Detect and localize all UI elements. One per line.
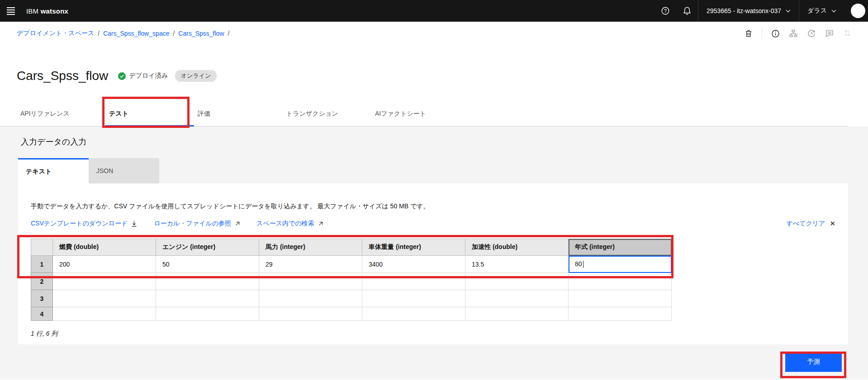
grid-row: 1 200 50 29 3400 13.5 80 bbox=[31, 256, 672, 273]
account-selector[interactable]: 2953665 - itz-watsonx-037 bbox=[698, 0, 799, 22]
breadcrumb-space[interactable]: Cars_Spss_flow_space bbox=[103, 30, 169, 37]
grid-cell[interactable]: 13.5 bbox=[465, 256, 569, 273]
grid-cell[interactable] bbox=[465, 290, 569, 307]
predict-button[interactable]: 予測 bbox=[785, 352, 842, 372]
grid-cell[interactable] bbox=[362, 307, 465, 321]
input-mode-tabs: テキスト JSON bbox=[18, 158, 848, 183]
text-cursor bbox=[583, 261, 583, 268]
grid-row: 2 bbox=[31, 273, 672, 290]
main-tabs: APIリファレンス テスト 評価 トランザクション AIファクトシート bbox=[0, 101, 848, 127]
file-links-row: CSVテンプレートのダウンロード ローカル・ファイルの参照 スペース内での検索 … bbox=[31, 220, 835, 228]
grid-corner-cell[interactable] bbox=[31, 239, 53, 256]
search-in-space-link[interactable]: スペース内での検索 bbox=[256, 220, 323, 228]
delete-icon[interactable] bbox=[741, 26, 756, 41]
grid-summary: 1 行, 6 列 bbox=[31, 330, 835, 338]
actions-footer: 予測 bbox=[18, 344, 848, 372]
row-number-cell[interactable]: 1 bbox=[31, 256, 53, 273]
region-selector[interactable]: ダラス bbox=[799, 0, 844, 22]
notifications-icon[interactable] bbox=[676, 0, 698, 22]
grid-cell[interactable] bbox=[569, 290, 672, 307]
status-badge: オンライン bbox=[175, 70, 217, 82]
tab-evaluation[interactable]: 評価 bbox=[194, 101, 283, 126]
breadcrumb-deployment-spaces[interactable]: デプロイメント・スペース bbox=[17, 29, 94, 38]
check-circle-icon bbox=[118, 72, 126, 80]
tab-ai-factsheet[interactable]: AIファクトシート bbox=[371, 101, 460, 126]
avatar[interactable] bbox=[851, 4, 865, 18]
info-icon[interactable] bbox=[768, 26, 783, 41]
close-icon[interactable]: ✕ bbox=[830, 220, 835, 228]
row-number-cell[interactable]: 3 bbox=[31, 290, 53, 307]
toolbar-divider bbox=[762, 28, 762, 39]
launch-icon bbox=[318, 221, 323, 227]
download-icon bbox=[131, 220, 138, 227]
subtab-json[interactable]: JSON bbox=[89, 158, 159, 183]
grid-cell[interactable] bbox=[569, 307, 672, 321]
binary-data-icon[interactable]: 0100 bbox=[840, 26, 855, 41]
input-data-grid: 燃費 (double) エンジン (integer) 馬力 (integer) … bbox=[31, 239, 672, 321]
grid-cell[interactable] bbox=[259, 290, 362, 307]
grid-cell[interactable] bbox=[259, 273, 362, 290]
svg-text:?: ? bbox=[664, 8, 667, 14]
grid-row: 4 bbox=[31, 307, 672, 321]
grid-cell[interactable] bbox=[362, 273, 465, 290]
comments-icon[interactable] bbox=[822, 26, 837, 41]
top-bar: IBM watsonx ? 2953665 - itz-watsonx-037 … bbox=[0, 0, 868, 22]
grid-cell-active[interactable]: 80 bbox=[569, 256, 672, 273]
tab-transactions[interactable]: トランザクション bbox=[283, 101, 371, 126]
menu-icon[interactable] bbox=[0, 0, 22, 22]
launch-icon bbox=[234, 221, 240, 227]
browse-local-files-link[interactable]: ローカル・ファイルの参照 bbox=[154, 220, 240, 228]
app-window: IBM watsonx ? 2953665 - itz-watsonx-037 … bbox=[0, 0, 868, 380]
input-card: 手動でデータを入力するか、CSV ファイルを使用してスプレッドシートにデータを取… bbox=[18, 183, 848, 344]
breadcrumb-row: デプロイメント・スペース / Cars_Spss_flow_space / Ca… bbox=[0, 22, 868, 45]
grid-cell[interactable]: 29 bbox=[259, 256, 362, 273]
grid-cell[interactable] bbox=[53, 290, 156, 307]
tab-api-reference[interactable]: APIリファレンス bbox=[17, 101, 105, 126]
deployment-toolbar: 0100 bbox=[741, 26, 868, 41]
grid-cell[interactable] bbox=[53, 307, 156, 321]
brand-logo: IBM watsonx bbox=[26, 7, 68, 15]
grid-cell[interactable] bbox=[156, 307, 259, 321]
grid-cell[interactable] bbox=[362, 290, 465, 307]
breadcrumb: デプロイメント・スペース / Cars_Spss_flow_space / Ca… bbox=[17, 29, 229, 38]
instruction-text: 手動でデータを入力するか、CSV ファイルを使用してスプレッドシートにデータを取… bbox=[31, 202, 835, 211]
grid-cell[interactable] bbox=[156, 290, 259, 307]
column-header[interactable]: 燃費 (double) bbox=[53, 239, 156, 256]
grid-cell[interactable] bbox=[465, 273, 569, 290]
column-header[interactable]: 馬力 (integer) bbox=[259, 239, 362, 256]
column-header[interactable]: 加速性 (double) bbox=[465, 239, 569, 256]
grid-cell[interactable]: 3400 bbox=[362, 256, 465, 273]
grid-header-row: 燃費 (double) エンジン (integer) 馬力 (integer) … bbox=[31, 239, 672, 256]
grid-cell[interactable] bbox=[53, 273, 156, 290]
column-header[interactable]: エンジン (integer) bbox=[156, 239, 259, 256]
download-csv-template-link[interactable]: CSVテンプレートのダウンロード bbox=[31, 220, 138, 228]
clear-all-link[interactable]: すべてクリア bbox=[786, 220, 825, 228]
row-number-cell[interactable]: 4 bbox=[31, 307, 53, 321]
breadcrumb-deployment[interactable]: Cars_Spss_flow bbox=[178, 30, 224, 37]
chevron-down-icon bbox=[831, 9, 836, 13]
grid-row: 3 bbox=[31, 290, 672, 307]
input-heading: 入力データの入力 bbox=[21, 136, 848, 147]
chevron-down-icon bbox=[786, 9, 791, 13]
title-section: Cars_Spss_flow デプロイ済み オンライン bbox=[0, 45, 868, 85]
page-title: Cars_Spss_flow bbox=[17, 67, 108, 85]
grid-cell[interactable] bbox=[156, 273, 259, 290]
column-header-selected[interactable]: 年式 (integer) bbox=[569, 239, 672, 256]
row-number-cell[interactable]: 2 bbox=[31, 273, 53, 290]
grid-cell[interactable] bbox=[465, 307, 569, 321]
grid-cell[interactable]: 50 bbox=[156, 256, 259, 273]
subtab-text[interactable]: テキスト bbox=[18, 158, 89, 183]
help-icon[interactable]: ? bbox=[655, 0, 676, 22]
test-panel: 入力データの入力 テキスト JSON 手動でデータを入力するか、CSV ファイル… bbox=[0, 127, 868, 380]
grid-cell[interactable] bbox=[569, 273, 672, 290]
grid-cell[interactable]: 200 bbox=[53, 256, 156, 273]
grid-cell[interactable] bbox=[259, 307, 362, 321]
history-icon[interactable] bbox=[804, 26, 819, 41]
promote-flow-icon[interactable] bbox=[786, 26, 801, 41]
tab-test[interactable]: テスト bbox=[105, 101, 194, 126]
column-header[interactable]: 車体重量 (integer) bbox=[362, 239, 465, 256]
deploy-status: デプロイ済み bbox=[118, 72, 168, 80]
